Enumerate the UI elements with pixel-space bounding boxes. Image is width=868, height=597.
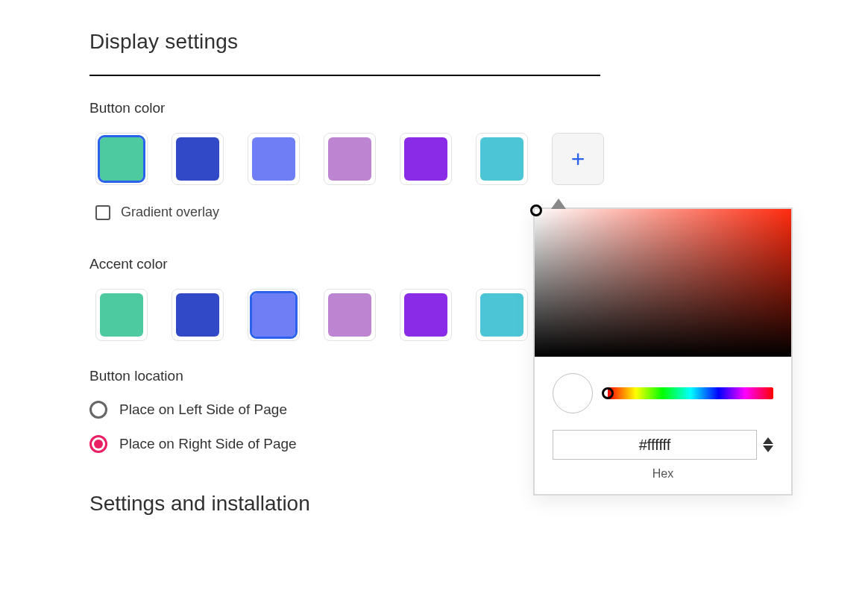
swatch-inner: [328, 137, 371, 181]
section-title-display: Display settings: [89, 30, 868, 54]
plus-icon: +: [571, 147, 585, 171]
swatch-blue[interactable]: [172, 133, 224, 185]
radio-right-label: Place on Right Side of Page: [119, 436, 297, 452]
hue-slider[interactable]: [608, 387, 773, 399]
swatch-orchid[interactable]: [324, 133, 376, 185]
gradient-overlay-checkbox[interactable]: [95, 205, 110, 220]
swatch-orchid[interactable]: [324, 289, 376, 341]
hue-handle[interactable]: [602, 387, 614, 399]
swatch-purple[interactable]: [400, 133, 452, 185]
swatch-teal[interactable]: [95, 289, 148, 341]
swatch-cyan[interactable]: [476, 133, 528, 185]
add-color-button[interactable]: +: [552, 133, 604, 185]
swatch-teal[interactable]: [95, 133, 148, 185]
swatch-inner: [404, 293, 447, 337]
swatch-inner: [176, 137, 219, 181]
radio-right[interactable]: [89, 435, 107, 453]
swatch-inner: [176, 293, 219, 337]
chevron-down-icon: [763, 446, 773, 452]
swatch-inner: [252, 293, 295, 337]
swatch-inner: [480, 137, 523, 181]
swatch-purple[interactable]: [400, 289, 452, 341]
sv-handle[interactable]: [530, 204, 542, 216]
swatch-inner: [252, 137, 295, 181]
saturation-value-area[interactable]: [535, 209, 791, 357]
hex-input[interactable]: [553, 430, 757, 460]
color-picker-popover: Hex: [533, 207, 793, 496]
hex-field-label: Hex: [535, 463, 791, 494]
radio-left[interactable]: [89, 401, 107, 419]
swatch-inner: [480, 293, 523, 337]
button-color-label: Button color: [89, 100, 868, 116]
gradient-overlay-label: Gradient overlay: [121, 204, 219, 220]
color-preview: [553, 373, 593, 413]
popover-arrow-icon: [551, 199, 566, 209]
chevron-up-icon: [763, 437, 773, 444]
radio-left-label: Place on Left Side of Page: [119, 401, 287, 418]
swatch-inner: [404, 137, 447, 181]
swatch-inner: [100, 293, 143, 337]
swatch-inner: [100, 137, 143, 181]
swatch-cyan[interactable]: [476, 289, 528, 341]
swatch-periwinkle[interactable]: [248, 133, 300, 185]
swatch-periwinkle[interactable]: [248, 289, 300, 341]
format-spinner[interactable]: [763, 437, 773, 452]
button-color-swatches: +: [89, 133, 868, 185]
swatch-blue[interactable]: [172, 289, 224, 341]
section-divider: [89, 75, 600, 76]
swatch-inner: [328, 293, 371, 337]
